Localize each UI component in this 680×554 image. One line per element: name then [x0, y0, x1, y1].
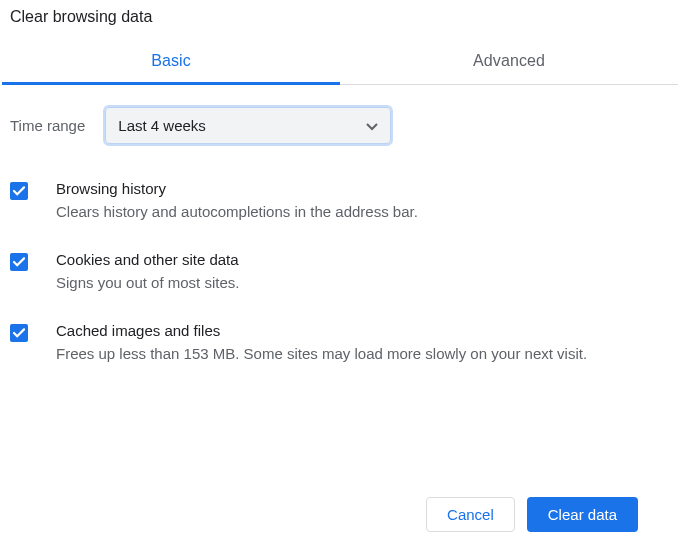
- check-icon: [12, 255, 26, 269]
- check-icon: [12, 184, 26, 198]
- checkbox-browsing-history[interactable]: [10, 182, 28, 200]
- chevron-down-icon: [366, 117, 378, 134]
- clear-data-button[interactable]: Clear data: [527, 497, 638, 532]
- check-icon: [12, 326, 26, 340]
- options-list: Browsing history Clears history and auto…: [0, 144, 680, 364]
- time-range-value: Last 4 weeks: [118, 117, 206, 134]
- dialog-title: Clear browsing data: [0, 0, 680, 40]
- time-range-label: Time range: [10, 117, 85, 134]
- option-title: Cached images and files: [56, 322, 662, 339]
- option-title: Browsing history: [56, 180, 662, 197]
- cancel-button[interactable]: Cancel: [426, 497, 515, 532]
- option-cache: Cached images and files Frees up less th…: [10, 322, 670, 365]
- option-cookies: Cookies and other site data Signs you ou…: [10, 251, 670, 294]
- option-browsing-history: Browsing history Clears history and auto…: [10, 180, 670, 223]
- option-desc: Signs you out of most sites.: [56, 272, 662, 294]
- time-range-select[interactable]: Last 4 weeks: [105, 107, 391, 144]
- time-range-row: Time range Last 4 weeks: [0, 85, 680, 144]
- option-title: Cookies and other site data: [56, 251, 662, 268]
- tab-advanced[interactable]: Advanced: [340, 40, 678, 84]
- option-desc: Frees up less than 153 MB. Some sites ma…: [56, 343, 662, 365]
- option-desc: Clears history and autocompletions in th…: [56, 201, 662, 223]
- clear-browsing-data-dialog: Clear browsing data Basic Advanced Time …: [0, 0, 680, 364]
- checkbox-cookies[interactable]: [10, 253, 28, 271]
- dialog-footer: Cancel Clear data: [426, 497, 638, 532]
- checkbox-cache[interactable]: [10, 324, 28, 342]
- tab-bar: Basic Advanced: [2, 40, 678, 85]
- tab-basic[interactable]: Basic: [2, 40, 340, 85]
